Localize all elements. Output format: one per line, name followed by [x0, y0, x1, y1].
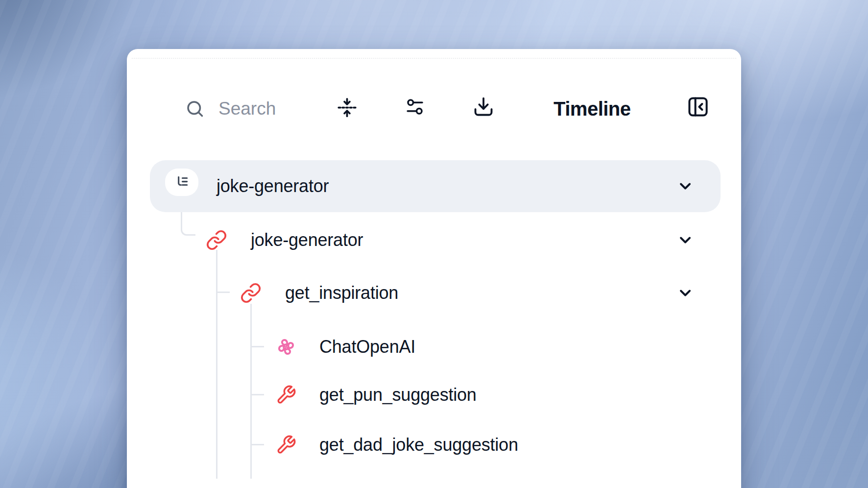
chevron-down-icon[interactable]: [676, 284, 694, 302]
tree-row-label: get_inspiration: [285, 283, 398, 303]
tree-row-label: joke-generator: [251, 230, 363, 250]
tree-row[interactable]: [127, 268, 741, 318]
trace-tree: joke-generatorjoke-generatorget_inspirat…: [127, 49, 741, 488]
trace-panel: Search Timeline jok: [127, 49, 741, 488]
tree-row-label: get_dad_joke_suggestion: [319, 435, 518, 455]
tool-wrench-icon: [276, 385, 296, 405]
tree-row-label: get_pun_suggestion: [319, 385, 477, 405]
tree-row-label: joke-generator: [217, 176, 329, 196]
tree-structure-icon: [173, 174, 190, 191]
llm-model-icon: [275, 336, 297, 358]
tree-row[interactable]: [127, 321, 741, 372]
desktop-background: { "toolbar": { "search_label": "Search",…: [0, 0, 868, 488]
root-node-badge: [165, 169, 198, 196]
chevron-down-icon[interactable]: [676, 231, 694, 249]
chain-link-icon: [240, 282, 262, 304]
tree-row-label: ChatOpenAI: [319, 337, 415, 357]
tool-wrench-icon: [276, 435, 296, 455]
chevron-down-icon[interactable]: [676, 177, 694, 195]
chain-link-icon: [206, 229, 227, 251]
